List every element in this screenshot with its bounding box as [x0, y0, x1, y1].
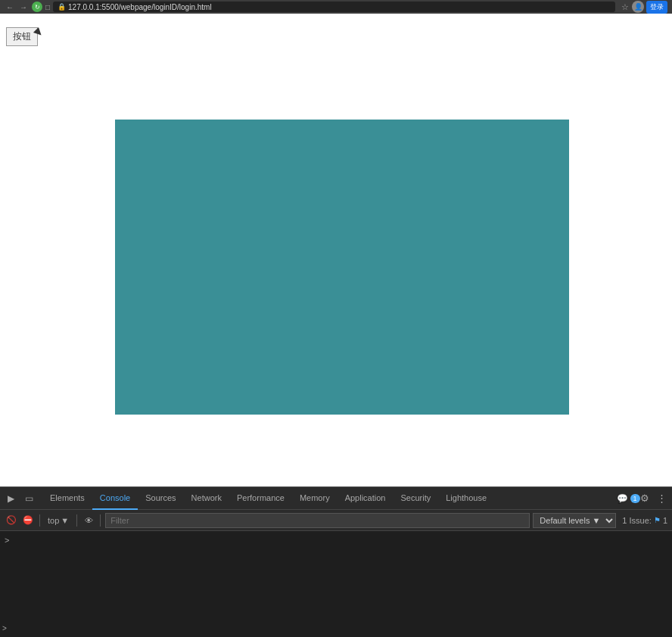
- device-icon: ▭: [25, 493, 33, 504]
- inspect-element-button[interactable]: ▶: [3, 491, 18, 506]
- tab-console-label: Console: [100, 493, 130, 502]
- eye-icon: 👁: [85, 516, 93, 525]
- tab-security[interactable]: Security: [393, 487, 438, 510]
- clear-console-button[interactable]: 🚫: [5, 514, 18, 527]
- tab-security-label: Security: [400, 493, 431, 502]
- page-button[interactable]: 按钮: [6, 27, 38, 46]
- refresh-icon: ↻: [35, 4, 40, 11]
- context-label: top: [48, 516, 59, 525]
- console-toolbar: 🚫 ⛔ top ▼ 👁 Default levels ▼ 1 Issue: ⚑ …: [0, 510, 672, 531]
- issue-count-badge[interactable]: 1 Issue: ⚑ 1: [622, 516, 667, 525]
- tab-elements[interactable]: Elements: [42, 487, 92, 510]
- block-network-button[interactable]: ⛔: [21, 514, 35, 527]
- bookmark-icon[interactable]: ☆: [621, 2, 629, 12]
- issue-count: 1: [663, 516, 667, 525]
- tab-application-label: Application: [345, 493, 386, 502]
- toolbar-divider: [39, 514, 40, 527]
- live-expressions-button[interactable]: 👁: [82, 514, 95, 527]
- devtools-panel: ▶ ▭ Elements Console Sources Network Per…: [0, 486, 672, 637]
- lock-icon: 🔒: [58, 3, 66, 11]
- tab-memory-label: Memory: [300, 493, 330, 502]
- forward-button[interactable]: →: [18, 3, 29, 11]
- browser-toolbar: ← → ↻ □ 🔒 127.0.0.1:5500/webpage/loginID…: [0, 0, 672, 14]
- tab-network[interactable]: Network: [184, 487, 229, 510]
- more-menu-button[interactable]: ⋮: [654, 491, 669, 506]
- expand-devtools-button[interactable]: >: [0, 622, 9, 634]
- signin-button[interactable]: 登录: [646, 1, 667, 14]
- issue-text: 1 Issue:: [622, 516, 652, 525]
- console-input-arrow[interactable]: >: [5, 536, 9, 545]
- filter-input[interactable]: [105, 513, 530, 528]
- devtools-right-icons: 💬 1 ⚙ ⋮: [621, 491, 669, 506]
- tab-icon: □: [45, 3, 50, 11]
- tab-performance[interactable]: Performance: [229, 487, 292, 510]
- teal-content-block: [115, 120, 569, 415]
- back-button[interactable]: ←: [5, 3, 15, 11]
- log-levels-select[interactable]: Default levels ▼: [533, 513, 616, 528]
- tab-application[interactable]: Application: [338, 487, 394, 510]
- tab-console[interactable]: Console: [92, 487, 138, 510]
- context-dropdown-icon: ▼: [61, 516, 69, 525]
- block-icon: ⛔: [23, 515, 33, 525]
- url-text: 127.0.0.1:5500/webpage/loginID/login.htm…: [68, 3, 212, 11]
- context-selector[interactable]: top ▼: [45, 514, 72, 527]
- refresh-button[interactable]: ↻: [32, 2, 42, 12]
- settings-button[interactable]: ⚙: [637, 491, 652, 506]
- issue-flag-icon: ⚑: [654, 516, 661, 524]
- menu-icon: ⋮: [657, 493, 667, 504]
- expand-icon: >: [2, 624, 7, 632]
- profile-area: 👤 登录: [632, 1, 667, 14]
- device-toolbar-button[interactable]: ▭: [21, 491, 36, 506]
- messages-icon: 💬: [617, 493, 628, 504]
- clear-icon: 🚫: [6, 515, 17, 525]
- tab-network-label: Network: [191, 493, 222, 502]
- devtools-tab-bar: ▶ ▭ Elements Console Sources Network Per…: [0, 487, 672, 510]
- gear-icon: ⚙: [640, 493, 649, 504]
- toolbar-divider-2: [76, 514, 77, 527]
- tab-memory[interactable]: Memory: [292, 487, 338, 510]
- tab-lighthouse-label: Lighthouse: [446, 493, 487, 502]
- tab-lighthouse[interactable]: Lighthouse: [438, 487, 494, 510]
- messages-button[interactable]: 💬 1: [621, 491, 636, 506]
- console-content: >: [0, 531, 672, 637]
- tab-sources[interactable]: Sources: [138, 487, 183, 510]
- profile-avatar[interactable]: 👤: [632, 1, 644, 13]
- toolbar-divider-3: [100, 514, 101, 527]
- tab-performance-label: Performance: [237, 493, 285, 502]
- page-content: 按钮: [0, 14, 672, 486]
- tab-elements-label: Elements: [50, 493, 85, 502]
- devtools-left-icons: ▶ ▭: [3, 491, 36, 506]
- profile-icon: 👤: [634, 3, 642, 11]
- inspect-icon: ▶: [8, 493, 14, 504]
- tab-sources-label: Sources: [145, 493, 176, 502]
- url-bar[interactable]: 🔒 127.0.0.1:5500/webpage/loginID/login.h…: [53, 2, 615, 12]
